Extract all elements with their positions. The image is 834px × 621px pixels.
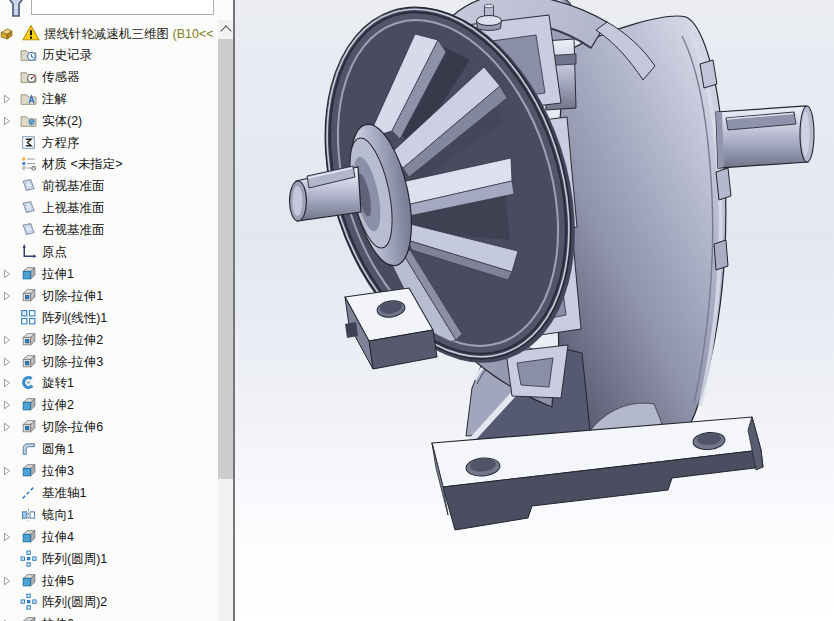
mirror-icon xyxy=(20,506,37,523)
plane-icon xyxy=(20,221,37,238)
tree-item-label: 实体(2) xyxy=(42,113,82,130)
feature-manager-panel: 摆线针轮减速机三维图 (B10<< 历史记录传感器注解实体(2)方程序材质 <未… xyxy=(0,0,233,621)
tree-item-21[interactable]: 基准轴1 xyxy=(0,482,218,504)
tree-root-item[interactable]: 摆线针轮减速机三维图 (B10<< xyxy=(0,22,218,44)
tree-item-17[interactable]: 拉伸2 xyxy=(0,394,218,416)
tree-item-label: 传感器 xyxy=(42,69,80,86)
tree-item-23[interactable]: 拉伸4 xyxy=(0,526,218,548)
tree-item-15[interactable]: 切除-拉伸3 xyxy=(0,351,218,373)
expand-arrow-icon[interactable] xyxy=(1,530,13,544)
boss-extrude-icon xyxy=(20,572,37,589)
expand-arrow-icon[interactable] xyxy=(1,114,13,128)
plane-icon xyxy=(20,199,37,216)
solid-bodies-folder-icon xyxy=(20,112,37,129)
origin-icon xyxy=(20,243,37,260)
plane-icon xyxy=(20,177,37,194)
expand-arrow-icon[interactable] xyxy=(1,617,13,621)
tree-item-label: 切除-拉伸1 xyxy=(42,288,103,305)
tree-item-11[interactable]: 拉伸1 xyxy=(0,263,218,285)
feature-tree: 摆线针轮减速机三维图 (B10<< 历史记录传感器注解实体(2)方程序材质 <未… xyxy=(0,0,218,621)
tree-item-label: 注解 xyxy=(42,91,67,108)
tree-item-label: 前视基准面 xyxy=(42,178,105,195)
tree-item-22[interactable]: 镜向1 xyxy=(0,504,218,526)
cut-extrude-icon xyxy=(20,418,37,435)
expand-arrow-icon[interactable] xyxy=(1,289,13,303)
tree-item-label: 右视基准面 xyxy=(42,222,105,239)
tree-item-label: 拉伸4 xyxy=(42,529,74,546)
tree-item-6[interactable]: 材质 <未指定> xyxy=(0,153,218,175)
tree-item-18[interactable]: 切除-拉伸6 xyxy=(0,416,218,438)
scrollbar-thumb[interactable] xyxy=(218,39,233,479)
tree-item-25[interactable]: 拉伸5 xyxy=(0,570,218,592)
expand-arrow-icon[interactable] xyxy=(1,574,13,588)
annotations-folder-icon xyxy=(20,90,37,107)
boss-extrude-icon xyxy=(20,265,37,282)
tree-scrollbar[interactable] xyxy=(218,20,233,621)
fillet-icon xyxy=(20,440,37,457)
tree-item-27[interactable]: 拉伸6 xyxy=(0,613,218,621)
sensors-folder-icon xyxy=(20,68,37,85)
part-icon xyxy=(0,23,19,42)
tree-item-label: 拉伸2 xyxy=(42,397,74,414)
tree-root-config-suffix: (B10<< xyxy=(169,27,213,41)
boss-extrude-icon xyxy=(20,396,37,413)
tree-item-label: 圆角1 xyxy=(42,441,74,458)
tree-item-14[interactable]: 切除-拉伸2 xyxy=(0,329,218,351)
tree-item-label: 拉伸5 xyxy=(42,573,74,590)
expand-arrow-icon[interactable] xyxy=(1,333,13,347)
expand-arrow-icon[interactable] xyxy=(1,267,13,281)
cut-extrude-icon xyxy=(20,353,37,370)
tree-item-label: 镜向1 xyxy=(42,507,74,524)
tree-item-24[interactable]: 阵列(圆周)1 xyxy=(0,548,218,570)
tree-item-7[interactable]: 前视基准面 xyxy=(0,175,218,197)
tree-item-label: 方程序 xyxy=(42,135,80,152)
boss-extrude-icon xyxy=(20,528,37,545)
tree-item-13[interactable]: 阵列(线性)1 xyxy=(0,307,218,329)
boss-extrude-icon xyxy=(20,462,37,479)
cut-extrude-icon xyxy=(20,331,37,348)
expand-arrow-icon[interactable] xyxy=(1,355,13,369)
tree-item-label: 上视基准面 xyxy=(42,200,105,217)
tree-item-label: 基准轴1 xyxy=(42,485,86,502)
tree-item-label: 阵列(圆周)1 xyxy=(42,551,107,568)
tree-item-3[interactable]: 注解 xyxy=(0,88,218,110)
tree-item-12[interactable]: 切除-拉伸1 xyxy=(0,285,218,307)
tree-item-label: 阵列(圆周)2 xyxy=(42,594,107,611)
tree-item-26[interactable]: 阵列(圆周)2 xyxy=(0,591,218,613)
tree-item-2[interactable]: 传感器 xyxy=(0,66,218,88)
tree-root-label: 摆线针轮减速机三维图 (B10<< xyxy=(44,26,213,43)
tree-item-1[interactable]: 历史记录 xyxy=(0,44,218,66)
linear-pattern-icon xyxy=(20,309,37,326)
tree-item-label: 阵列(线性)1 xyxy=(42,310,107,327)
scrollbar-up-arrow[interactable] xyxy=(218,20,233,38)
tree-item-20[interactable]: 拉伸3 xyxy=(0,460,218,482)
tree-item-16[interactable]: 旋转1 xyxy=(0,372,218,394)
tree-item-label: 材质 <未指定> xyxy=(42,156,123,173)
tree-item-9[interactable]: 右视基准面 xyxy=(0,219,218,241)
tree-item-5[interactable]: 方程序 xyxy=(0,132,218,154)
cut-extrude-icon xyxy=(20,287,37,304)
output-shaft[interactable] xyxy=(716,106,814,168)
warning-icon xyxy=(22,24,40,41)
expand-arrow-icon[interactable] xyxy=(1,376,13,390)
tree-item-8[interactable]: 上视基准面 xyxy=(0,197,218,219)
circular-pattern-icon xyxy=(20,550,37,567)
expand-arrow-icon[interactable] xyxy=(1,92,13,106)
expand-arrow-icon[interactable] xyxy=(1,464,13,478)
tree-item-label: 原点 xyxy=(42,244,67,261)
axis-icon xyxy=(20,484,37,501)
graphics-viewport[interactable] xyxy=(235,0,834,621)
tree-item-19[interactable]: 圆角1 xyxy=(0,438,218,460)
tree-item-label: 旋转1 xyxy=(42,375,74,392)
tree-item-label: 拉伸6 xyxy=(42,616,74,621)
tree-item-label: 拉伸1 xyxy=(42,266,74,283)
tree-item-4[interactable]: 实体(2) xyxy=(0,110,218,132)
tree-item-10[interactable]: 原点 xyxy=(0,241,218,263)
equations-icon xyxy=(20,134,37,151)
expand-arrow-icon[interactable] xyxy=(1,420,13,434)
expand-arrow-icon[interactable] xyxy=(1,398,13,412)
boss-extrude-icon xyxy=(20,615,37,621)
revolve-icon xyxy=(20,374,37,391)
history-folder-icon xyxy=(20,46,37,63)
circular-pattern-icon xyxy=(20,593,37,610)
